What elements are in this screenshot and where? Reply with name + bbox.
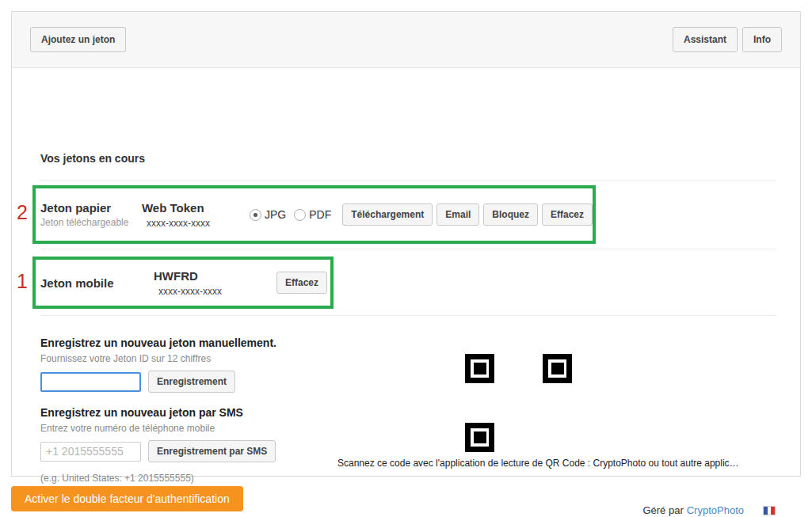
token-management-panel: Ajoutez un jeton Assistant Info Vos jeto…: [11, 11, 801, 477]
qr-finder-pattern-bottom-left: [465, 423, 494, 452]
jpg-radio[interactable]: [250, 209, 261, 221]
download-button[interactable]: Téléchargement: [342, 203, 433, 226]
phone-example-text: (e.g. United States: +1 2015555555): [40, 473, 276, 484]
paper-token-id: xxxx-xxxx-xxxx: [142, 218, 250, 229]
annotation-marker-2: 2: [17, 203, 28, 222]
current-tokens-title: Vos jetons en cours: [40, 152, 145, 165]
add-token-button[interactable]: Ajoutez un jeton: [30, 27, 126, 52]
panel-footer: Géré par CryptoPhoto: [642, 504, 776, 516]
mobile-token-id: xxxx-xxxx-xxxx: [154, 286, 270, 297]
cryptophoto-link[interactable]: CryptoPhoto: [687, 504, 744, 516]
mobile-token-label: HWFRD: [154, 269, 270, 283]
sms-registration-title: Enregistrez un nouveau jeton par SMS: [40, 406, 276, 419]
mobile-token-row: Jeton mobile HWFRD xxxx-xxxx-xxxx Efface…: [32, 257, 334, 309]
header-button-group: Assistant Info: [673, 27, 782, 52]
register-sms-button[interactable]: Enregistrement par SMS: [148, 440, 276, 462]
french-flag-icon[interactable]: [763, 506, 776, 515]
delete-mobile-button[interactable]: Effacez: [276, 272, 327, 294]
register-button[interactable]: Enregistrement: [148, 371, 235, 393]
paper-token-name: Jeton papier: [40, 201, 142, 215]
paper-token-label: Web Token: [142, 201, 250, 215]
manual-registration-section: Enregistrez un nouveau jeton manuellemen…: [40, 336, 276, 393]
manual-registration-hint: Fournissez votre Jeton ID sur 12 chiffre…: [40, 353, 276, 364]
managed-by-text: Géré par: [642, 504, 683, 516]
manual-registration-title: Enregistrez un nouveau jeton manuellemen…: [40, 336, 276, 349]
phone-number-input[interactable]: [40, 442, 141, 462]
qr-finder-pattern-top-left: [465, 354, 494, 383]
jpg-radio-label[interactable]: JPG: [265, 208, 286, 221]
divider: [40, 180, 776, 181]
paper-token-row: Jeton papier Jeton téléchargeable Web To…: [32, 185, 596, 244]
pdf-radio-label[interactable]: PDF: [309, 208, 331, 221]
sms-registration-section: Enregistrez un nouveau jeton par SMS Ent…: [40, 406, 276, 484]
mobile-token-name: Jeton mobile: [40, 276, 154, 290]
paper-token-subtitle: Jeton téléchargeable: [40, 217, 142, 228]
assistant-button[interactable]: Assistant: [673, 27, 738, 52]
block-button[interactable]: Bloquez: [483, 203, 538, 226]
divider: [40, 249, 776, 249]
token-id-input[interactable]: [40, 372, 141, 392]
activate-2fa-button[interactable]: Activer le double facteur d'authentifica…: [11, 486, 243, 511]
divider: [40, 315, 776, 316]
info-button[interactable]: Info: [742, 27, 782, 52]
email-button[interactable]: Email: [436, 203, 479, 226]
delete-paper-button[interactable]: Effacez: [542, 203, 593, 226]
panel-body: Vos jetons en cours 2 Jeton papier Jeton…: [12, 68, 800, 477]
qr-caption: Scannez ce code avec l'application de le…: [337, 458, 739, 469]
qr-finder-pattern-top-right: [543, 354, 572, 383]
annotation-marker-1: 1: [17, 272, 28, 291]
panel-header: Ajoutez un jeton Assistant Info: [12, 12, 800, 68]
sms-registration-hint: Entrez votre numéro de téléphone mobile: [40, 423, 276, 434]
pdf-radio[interactable]: [294, 209, 306, 221]
